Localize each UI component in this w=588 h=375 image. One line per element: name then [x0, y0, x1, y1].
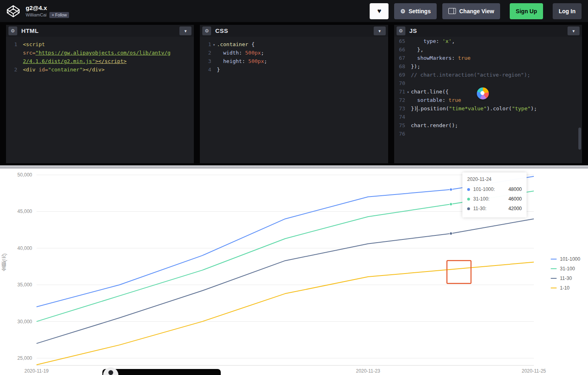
video-overlay-bar[interactable]: [102, 369, 221, 375]
log-in-button[interactable]: Log In: [553, 3, 582, 19]
chart-legend: 101-100031-10011-301-10: [551, 254, 580, 293]
y-tick-label: 30,000: [17, 319, 32, 324]
code-line: 74: [394, 113, 582, 121]
y-tick-label: 40,000: [17, 245, 32, 251]
tooltip-series-value: 46000: [509, 196, 522, 202]
like-button[interactable]: ♥: [370, 3, 389, 19]
legend-item-11-30[interactable]: 11-30: [551, 274, 580, 283]
series-line-31-100: [37, 191, 534, 321]
code-line: 72 sortable: true: [394, 96, 582, 104]
chevron-down-icon[interactable]: ▾: [179, 26, 191, 35]
x-tick-label: 2020-11-25: [522, 368, 546, 374]
js-scrollbar-thumb[interactable]: [578, 128, 581, 150]
tooltip-row: 101-1000:48000: [467, 184, 522, 194]
code-line: 69// chart.interaction("active-region");: [394, 71, 582, 79]
css-panel-header: ⚙ CSS ▾: [200, 25, 388, 37]
code-line: 2/4.1.6/dist/g2.min.js"></script>: [6, 57, 194, 65]
js-editor-panel: ⚙ JS ▾ 65 type: 'x',66 },67 showMarkers:…: [394, 25, 582, 163]
editor-settings-gear-icon[interactable]: ⚙: [8, 26, 17, 35]
editor-preview-resizer[interactable]: [0, 165, 588, 168]
legend-line-marker: [551, 278, 557, 279]
code-line: 2 width: 500px;: [200, 49, 388, 57]
tooltip-series-name: 101-1000:: [473, 186, 495, 192]
codepen-page: g2@4.x WilliamCai + Follow ♥ ⚙ Settings …: [0, 0, 588, 375]
heart-icon: ♥: [377, 7, 381, 15]
code-line: 73}).position("time*value").color("type"…: [394, 104, 582, 113]
editors-row: ⚙ HTML ▾ 1<scriptsrc="https://gw.alipayo…: [0, 22, 588, 165]
code-line: 67 showMarkers: true: [394, 54, 582, 62]
x-tick-label: 2020-11-23: [356, 368, 380, 374]
top-header-bar: g2@4.x WilliamCai + Follow ♥ ⚙ Settings …: [0, 0, 588, 22]
legend-item-31-100[interactable]: 31-100: [551, 264, 580, 274]
series-line-1-10: [37, 262, 534, 365]
tooltip-row: 11-30:42000: [467, 204, 522, 213]
html-editor-panel: ⚙ HTML ▾ 1<scriptsrc="https://gw.alipayo…: [6, 25, 194, 163]
css-panel-title: CSS: [215, 25, 228, 37]
antv-g2-logo-sticker: [477, 87, 489, 99]
preview-pane: 25,00030,00035,00040,00045,00050,0002020…: [0, 168, 588, 375]
tooltip-series-name: 31-100:: [473, 196, 490, 202]
header-actions: ♥ ⚙ Settings Change View Sign Up Log In: [370, 3, 582, 19]
annotation-rect: [447, 261, 471, 284]
tooltip-series-dot: [467, 207, 470, 210]
js-panel-title: JS: [409, 25, 417, 37]
code-line: 66 },: [394, 45, 582, 54]
legend-line-marker: [551, 259, 557, 259]
gear-icon: ⚙: [400, 8, 405, 14]
layout-view-icon: [448, 8, 456, 14]
tooltip-series-value: 48000: [509, 186, 522, 192]
pen-title: g2@4.x: [26, 4, 69, 11]
legend-item-101-1000[interactable]: 101-1000: [551, 254, 580, 264]
chart-tooltip: 2020-11-24 101-1000:4800031-100:4600011-…: [462, 172, 527, 217]
code-line: 70: [394, 79, 582, 87]
y-tick-label: 45,000: [17, 209, 32, 214]
code-line: src="https://gw.alipayobjects.com/os/lib…: [6, 49, 194, 57]
series-line-11-30: [37, 219, 534, 344]
code-line: 2<div id="container"></div>: [6, 65, 194, 74]
series-marker-31-100: [450, 203, 452, 206]
series-marker-101-1000: [450, 188, 452, 191]
pen-author[interactable]: WilliamCai: [26, 12, 47, 17]
html-panel-title: HTML: [21, 25, 39, 37]
code-line: 68});: [394, 62, 582, 71]
legend-line-marker: [551, 268, 557, 269]
tooltip-series-dot: [467, 188, 470, 191]
sign-up-button[interactable]: Sign Up: [510, 3, 543, 19]
code-line: 1<script: [6, 40, 194, 49]
y-tick-label: 25,000: [17, 355, 32, 361]
pen-title-block: g2@4.x WilliamCai + Follow: [26, 4, 69, 18]
tooltip-row: 31-100:46000: [467, 194, 522, 204]
change-view-button[interactable]: Change View: [442, 3, 500, 19]
y-tick-label: 50,000: [17, 172, 32, 178]
html-panel-header: ⚙ HTML ▾: [6, 25, 194, 37]
js-panel-header: ⚙ JS ▾: [394, 25, 582, 37]
y-axis-title: 金额(元): [1, 253, 8, 271]
follow-button[interactable]: + Follow: [49, 12, 69, 18]
editor-settings-gear-icon[interactable]: ⚙: [397, 26, 405, 35]
legend-line-marker: [551, 288, 557, 288]
editor-settings-gear-icon[interactable]: ⚙: [202, 26, 211, 35]
code-area-js[interactable]: 65 type: 'x',66 },67 showMarkers: true68…: [394, 37, 582, 163]
legend-label: 1-10: [560, 285, 570, 291]
tooltip-series-value: 42000: [509, 206, 522, 211]
y-tick-label: 35,000: [17, 282, 32, 288]
avatar-head-shape: [108, 370, 113, 375]
settings-button[interactable]: ⚙ Settings: [394, 3, 437, 19]
codepen-logo[interactable]: [6, 4, 20, 18]
code-line: 4}: [200, 65, 388, 74]
x-tick-label: 2020-11-19: [24, 368, 49, 374]
legend-label: 31-100: [560, 266, 575, 272]
code-line: 3 height: 500px;: [200, 57, 388, 65]
tooltip-title: 2020-11-24: [467, 176, 522, 182]
code-area-html[interactable]: 1<scriptsrc="https://gw.alipayobjects.co…: [6, 37, 194, 163]
chevron-down-icon[interactable]: ▾: [568, 26, 580, 35]
legend-item-1-10[interactable]: 1-10: [551, 283, 580, 293]
legend-label: 11-30: [560, 276, 572, 281]
series-line-101-1000: [37, 176, 534, 307]
code-line: 75chart.render();: [394, 121, 582, 130]
chevron-down-icon[interactable]: ▾: [374, 26, 386, 35]
code-area-css[interactable]: 1▾.container {2 width: 500px;3 height: 5…: [200, 37, 388, 163]
code-line: 1▾.container {: [200, 40, 388, 49]
tooltip-series-name: 11-30:: [473, 206, 486, 211]
series-marker-11-30: [450, 232, 452, 235]
